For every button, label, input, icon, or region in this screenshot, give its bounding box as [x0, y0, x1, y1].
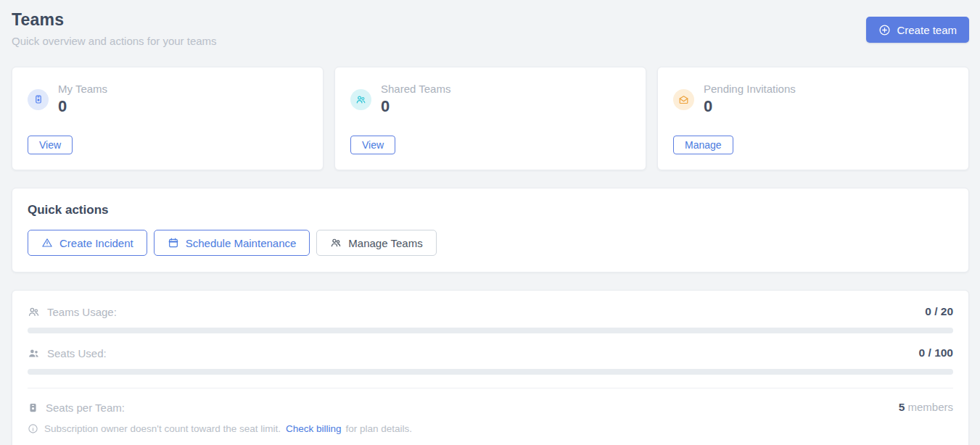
page-header: Teams Quick overview and actions for you…: [12, 10, 969, 47]
calendar-icon: [168, 237, 179, 249]
mail-open-icon: [673, 89, 694, 110]
note-text: Subscription owner doesn't count toward …: [44, 423, 412, 434]
seats-used-label-group: Seats Used:: [28, 347, 107, 359]
usage-card: Teams Usage: 0 / 20 Seats Used: 0 / 100: [12, 290, 969, 445]
seats-per-team-value: 5 members: [899, 401, 953, 414]
stat-head: Pending Invitations 0: [673, 83, 953, 116]
stat-meta: My Teams 0: [58, 83, 107, 116]
teams-usage-row: Teams Usage: 0 / 20: [28, 305, 953, 318]
stat-head: My Teams 0: [28, 83, 308, 116]
pending-invitations-card: Pending Invitations 0 Manage: [657, 67, 969, 170]
stat-value: 0: [58, 97, 107, 116]
shared-teams-view-button[interactable]: View: [350, 136, 395, 154]
info-icon: [28, 423, 38, 434]
stat-value: 0: [381, 97, 450, 116]
seats-per-team-row: Seats per Team: 5 members: [28, 401, 953, 414]
seat-limit-note: Subscription owner doesn't count toward …: [28, 423, 953, 434]
schedule-maintenance-button[interactable]: Schedule Maintenance: [154, 230, 310, 256]
stat-head: Shared Teams 0: [350, 83, 630, 116]
note-text-before: Subscription owner doesn't count toward …: [44, 423, 281, 434]
note-text-after: for plan details.: [346, 423, 413, 434]
id-badge-icon: [28, 89, 49, 110]
my-teams-view-button[interactable]: View: [28, 136, 73, 154]
warning-triangle-icon: [41, 237, 53, 249]
quick-actions-title: Quick actions: [28, 203, 953, 217]
seats-used-value: 0 / 100: [919, 346, 953, 359]
create-incident-button[interactable]: Create Incident: [28, 230, 147, 256]
users-icon: [350, 89, 371, 110]
my-teams-card: My Teams 0 View: [12, 67, 324, 170]
quick-actions-card: Quick actions Create Incident Schedule M…: [12, 188, 969, 273]
create-team-button[interactable]: Create team: [866, 17, 969, 43]
stat-meta: Pending Invitations 0: [704, 83, 796, 116]
manage-teams-label: Manage Teams: [348, 237, 422, 249]
seats-per-team-suffix: members: [905, 401, 953, 413]
teams-usage-label: Teams Usage:: [47, 306, 117, 318]
stat-label: My Teams: [58, 83, 107, 95]
stat-meta: Shared Teams 0: [381, 83, 450, 116]
check-billing-link[interactable]: Check billing: [286, 423, 342, 434]
schedule-maintenance-label: Schedule Maintenance: [186, 237, 297, 249]
shared-teams-card: Shared Teams 0 View: [334, 67, 646, 170]
users-icon: [330, 237, 342, 249]
teams-usage-value: 0 / 20: [925, 305, 953, 318]
users-filled-icon: [28, 347, 40, 359]
pending-invitations-manage-button[interactable]: Manage: [673, 136, 733, 154]
header-text: Teams Quick overview and actions for you…: [12, 10, 217, 47]
stat-label: Shared Teams: [381, 83, 450, 95]
users-outline-icon: [28, 306, 40, 318]
manage-teams-button[interactable]: Manage Teams: [316, 230, 436, 256]
stat-value: 0: [704, 97, 796, 116]
page-title: Teams: [12, 10, 217, 30]
stats-row: My Teams 0 View Shared Teams 0 View: [12, 67, 969, 170]
seats-used-row: Seats Used: 0 / 100: [28, 346, 953, 359]
id-badge-filled-icon: [28, 402, 38, 413]
plus-circle-icon: [878, 24, 891, 36]
create-incident-label: Create Incident: [59, 237, 133, 249]
page-subtitle: Quick overview and actions for your team…: [12, 35, 217, 47]
teams-page: Teams Quick overview and actions for you…: [0, 0, 980, 445]
seats-used-progressbar: [28, 369, 953, 375]
usage-divider: [28, 388, 953, 388]
seats-per-team-label: Seats per Team:: [46, 402, 125, 414]
seats-used-label: Seats Used:: [47, 347, 107, 359]
create-team-label: Create team: [897, 24, 957, 36]
teams-usage-label-group: Teams Usage:: [28, 306, 117, 318]
quick-actions-row: Create Incident Schedule Maintenance Man…: [28, 230, 953, 256]
stat-label: Pending Invitations: [704, 83, 796, 95]
teams-usage-progressbar: [28, 328, 953, 333]
seats-per-team-label-group: Seats per Team:: [28, 402, 125, 414]
